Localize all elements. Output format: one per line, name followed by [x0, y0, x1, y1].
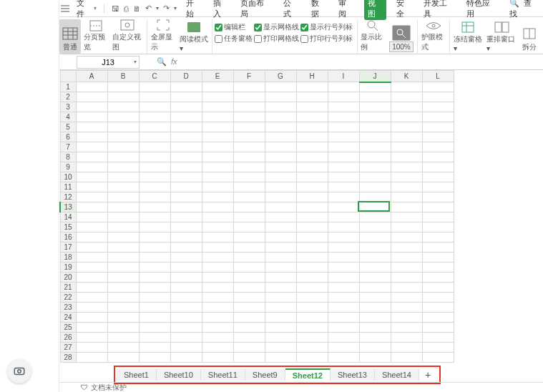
row-header-5[interactable]: 5 — [60, 122, 76, 132]
cell-I28[interactable] — [328, 353, 359, 363]
sheet-tab-sheet13[interactable]: Sheet13 — [331, 369, 375, 381]
cell-J13[interactable] — [359, 202, 391, 212]
cell-E16[interactable] — [202, 232, 233, 242]
cell-D21[interactable] — [170, 283, 202, 293]
cell-C6[interactable] — [139, 132, 170, 142]
cell-D19[interactable] — [170, 263, 202, 273]
cell-F24[interactable] — [233, 313, 265, 323]
cell-A23[interactable] — [76, 303, 107, 313]
cell-C19[interactable] — [139, 263, 170, 273]
cell-H10[interactable] — [296, 172, 328, 182]
row-header-27[interactable]: 27 — [60, 343, 76, 353]
tab-security[interactable]: 安全 — [394, 0, 414, 21]
cell-K4[interactable] — [391, 112, 422, 122]
cell-C12[interactable] — [139, 192, 170, 202]
row-header-10[interactable]: 10 — [60, 172, 76, 182]
cell-K7[interactable] — [391, 142, 422, 152]
redo-icon[interactable]: ↷ — [163, 4, 170, 13]
add-sheet-button[interactable]: + — [419, 369, 436, 381]
zoom-ratio[interactable]: 显示比例 — [359, 19, 386, 54]
cell-H27[interactable] — [296, 343, 328, 353]
tab-insert[interactable]: 插入 — [211, 0, 230, 21]
cell-K14[interactable] — [391, 212, 422, 222]
cell-B7[interactable] — [107, 142, 139, 152]
cell-B13[interactable] — [107, 202, 139, 212]
cell-A1[interactable] — [76, 82, 107, 92]
tab-review[interactable]: 审阅 — [336, 0, 356, 21]
cell-H15[interactable] — [296, 222, 328, 232]
cell-D22[interactable] — [170, 293, 202, 303]
col-header-K[interactable]: K — [391, 71, 422, 82]
cell-F19[interactable] — [233, 263, 265, 273]
tab-special[interactable]: 特色应用 — [464, 0, 499, 21]
cell-H18[interactable] — [296, 253, 328, 263]
cell-I25[interactable] — [328, 323, 359, 333]
cell-D10[interactable] — [170, 172, 202, 182]
cell-J14[interactable] — [359, 212, 391, 222]
cell-L3[interactable] — [422, 102, 454, 112]
cell-C20[interactable] — [139, 273, 170, 283]
row-header-20[interactable]: 20 — [60, 273, 76, 283]
row-header-25[interactable]: 25 — [60, 323, 76, 333]
cell-I22[interactable] — [328, 293, 359, 303]
cell-J20[interactable] — [359, 273, 391, 283]
cell-F16[interactable] — [233, 232, 265, 242]
tab-view[interactable]: 视图 — [364, 0, 386, 20]
row-header-14[interactable]: 14 — [60, 212, 76, 222]
cell-B6[interactable] — [107, 132, 139, 142]
grid-area[interactable]: ABCDEFGHIJKL1234567891011121314151617181… — [59, 70, 543, 369]
cell-G5[interactable] — [265, 122, 296, 132]
tab-data[interactable]: 数据 — [309, 0, 328, 21]
cell-F13[interactable] — [233, 202, 265, 212]
cell-I2[interactable] — [328, 92, 359, 102]
cell-D1[interactable] — [170, 82, 202, 92]
sheet-tab-sheet11[interactable]: Sheet11 — [201, 369, 245, 381]
cell-I12[interactable] — [328, 192, 359, 202]
cell-D5[interactable] — [170, 122, 202, 132]
cell-L9[interactable] — [422, 162, 454, 172]
cell-D15[interactable] — [170, 222, 202, 232]
col-header-F[interactable]: F — [233, 71, 265, 82]
cell-B11[interactable] — [107, 182, 139, 192]
cell-L2[interactable] — [422, 92, 454, 102]
cell-A27[interactable] — [76, 343, 107, 353]
cell-E9[interactable] — [202, 162, 233, 172]
cell-K12[interactable] — [391, 192, 422, 202]
cell-E8[interactable] — [202, 152, 233, 162]
cell-A10[interactable] — [76, 172, 107, 182]
cell-I24[interactable] — [328, 313, 359, 323]
cell-I14[interactable] — [328, 212, 359, 222]
cell-B21[interactable] — [107, 283, 139, 293]
cell-L21[interactable] — [422, 283, 454, 293]
cell-J3[interactable] — [359, 102, 391, 112]
cell-B25[interactable] — [107, 323, 139, 333]
cell-C1[interactable] — [139, 82, 170, 92]
cell-J24[interactable] — [359, 313, 391, 323]
cell-F25[interactable] — [233, 323, 265, 333]
chk-print-headings[interactable]: 打印行号列标 — [300, 34, 353, 44]
cell-D8[interactable] — [170, 152, 202, 162]
cell-D18[interactable] — [170, 253, 202, 263]
cell-I27[interactable] — [328, 343, 359, 353]
cell-L16[interactable] — [422, 232, 454, 242]
row-header-23[interactable]: 23 — [60, 303, 76, 313]
cell-D12[interactable] — [170, 192, 202, 202]
cell-D14[interactable] — [170, 212, 202, 222]
cell-L27[interactable] — [422, 343, 454, 353]
cell-A12[interactable] — [76, 192, 107, 202]
cell-H5[interactable] — [296, 122, 328, 132]
view-custom[interactable]: 自定义视图 — [111, 19, 147, 54]
cell-D26[interactable] — [170, 333, 202, 343]
col-header-A[interactable]: A — [76, 71, 107, 82]
cell-B10[interactable] — [107, 172, 139, 182]
save-icon[interactable]: 🖫 — [112, 4, 119, 13]
cell-E6[interactable] — [202, 132, 233, 142]
cell-J1[interactable] — [359, 82, 391, 92]
sheet-tab-sheet12[interactable]: Sheet12 — [285, 368, 331, 381]
cell-C8[interactable] — [139, 152, 170, 162]
cell-H26[interactable] — [296, 333, 328, 343]
col-header-G[interactable]: G — [265, 71, 296, 82]
cell-A19[interactable] — [76, 263, 107, 273]
cell-F12[interactable] — [233, 192, 265, 202]
col-header-J[interactable]: J — [359, 71, 391, 82]
